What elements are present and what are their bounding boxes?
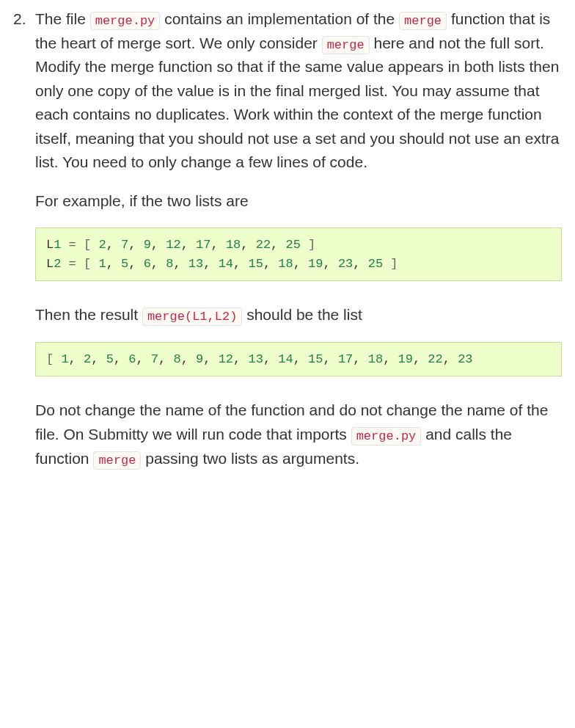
inline-code: merge(L1,L2): [142, 307, 242, 326]
problem-item: 2. The file merge.py contains an impleme…: [13, 7, 562, 485]
paragraph-2: For example, if the two lists are: [35, 189, 562, 214]
code-block-result-list: [ 1, 2, 5, 6, 7, 8, 9, 12, 13, 14, 15, 1…: [35, 342, 562, 377]
problem-number: 2.: [13, 7, 35, 32]
code-block-input-lists: L1 = [ 2, 7, 9, 12, 17, 18, 22, 25 ] L2 …: [35, 228, 562, 281]
paragraph-4: Do not change the name of the function a…: [35, 398, 562, 470]
inline-code: merge.py: [90, 12, 161, 30]
paragraph-1: The file merge.py contains an implementa…: [35, 7, 562, 175]
problem-content: The file merge.py contains an implementa…: [35, 7, 562, 485]
paragraph-3: Then the result merge(L1,L2) should be t…: [35, 303, 562, 327]
inline-code: merge.py: [351, 427, 422, 445]
inline-code: merge: [93, 451, 141, 470]
inline-code: merge: [399, 12, 447, 30]
inline-code: merge: [322, 36, 370, 54]
